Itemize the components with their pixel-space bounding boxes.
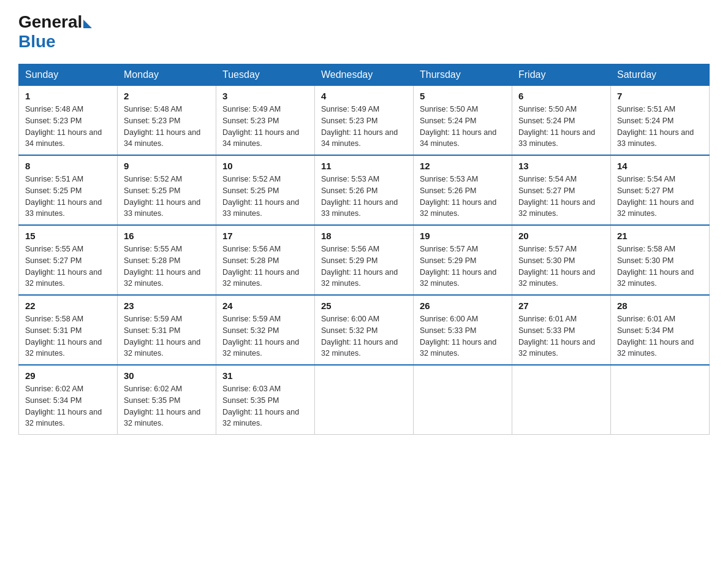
day-info: Sunrise: 5:48 AM Sunset: 5:23 PM Dayligh… [124,104,210,150]
day-number: 6 [518,91,604,101]
day-number: 29 [25,370,111,381]
day-number: 15 [25,231,111,241]
calendar-week-1: 1 Sunrise: 5:48 AM Sunset: 5:23 PM Dayli… [19,86,710,156]
day-info: Sunrise: 5:58 AM Sunset: 5:31 PM Dayligh… [25,313,111,359]
calendar-cell: 24 Sunrise: 5:59 AM Sunset: 5:32 PM Dayl… [216,295,315,365]
day-info: Sunrise: 5:51 AM Sunset: 5:24 PM Dayligh… [617,104,703,150]
day-number: 19 [420,231,506,241]
day-info: Sunrise: 6:00 AM Sunset: 5:32 PM Dayligh… [321,313,407,359]
calendar-cell: 18 Sunrise: 5:56 AM Sunset: 5:29 PM Dayl… [315,225,414,295]
column-header-tuesday: Tuesday [216,64,315,86]
logo: General Blue [18,12,92,52]
day-number: 26 [420,301,506,311]
day-number: 25 [321,301,407,311]
day-info: Sunrise: 6:02 AM Sunset: 5:34 PM Dayligh… [25,383,111,429]
calendar-cell: 5 Sunrise: 5:50 AM Sunset: 5:24 PM Dayli… [414,86,512,156]
day-number: 12 [420,161,506,171]
calendar-cell: 23 Sunrise: 5:59 AM Sunset: 5:31 PM Dayl… [118,295,216,365]
day-number: 8 [25,161,111,171]
calendar-cell: 19 Sunrise: 5:57 AM Sunset: 5:29 PM Dayl… [414,225,512,295]
calendar-cell: 28 Sunrise: 6:01 AM Sunset: 5:34 PM Dayl… [611,295,710,365]
day-info: Sunrise: 6:03 AM Sunset: 5:35 PM Dayligh… [222,383,308,429]
day-info: Sunrise: 5:51 AM Sunset: 5:25 PM Dayligh… [25,174,111,220]
calendar-cell: 3 Sunrise: 5:49 AM Sunset: 5:23 PM Dayli… [216,86,315,156]
logo-blue-text: Blue [18,32,56,52]
calendar-cell: 25 Sunrise: 6:00 AM Sunset: 5:32 PM Dayl… [315,295,414,365]
column-header-monday: Monday [118,64,216,86]
day-number: 24 [222,301,308,311]
calendar-cell [512,365,611,435]
day-number: 1 [25,91,111,101]
day-number: 4 [321,91,407,101]
day-info: Sunrise: 5:50 AM Sunset: 5:24 PM Dayligh… [518,104,604,150]
day-info: Sunrise: 5:52 AM Sunset: 5:25 PM Dayligh… [124,174,210,220]
day-info: Sunrise: 5:56 AM Sunset: 5:29 PM Dayligh… [321,243,407,289]
day-info: Sunrise: 6:01 AM Sunset: 5:33 PM Dayligh… [518,313,604,359]
day-info: Sunrise: 5:49 AM Sunset: 5:23 PM Dayligh… [222,104,308,150]
day-info: Sunrise: 5:53 AM Sunset: 5:26 PM Dayligh… [321,174,407,220]
logo-triangle-icon [83,20,92,28]
day-info: Sunrise: 5:55 AM Sunset: 5:28 PM Dayligh… [124,243,210,289]
day-number: 10 [222,161,308,171]
calendar-cell: 2 Sunrise: 5:48 AM Sunset: 5:23 PM Dayli… [118,86,216,156]
column-header-wednesday: Wednesday [315,64,414,86]
calendar-cell: 20 Sunrise: 5:57 AM Sunset: 5:30 PM Dayl… [512,225,611,295]
day-number: 11 [321,161,407,171]
calendar-week-5: 29 Sunrise: 6:02 AM Sunset: 5:34 PM Dayl… [19,365,710,435]
day-number: 28 [617,301,703,311]
day-info: Sunrise: 5:54 AM Sunset: 5:27 PM Dayligh… [617,174,703,220]
day-info: Sunrise: 5:59 AM Sunset: 5:31 PM Dayligh… [124,313,210,359]
calendar-week-2: 8 Sunrise: 5:51 AM Sunset: 5:25 PM Dayli… [19,155,710,225]
calendar-table: SundayMondayTuesdayWednesdayThursdayFrid… [18,64,710,435]
calendar-cell: 27 Sunrise: 6:01 AM Sunset: 5:33 PM Dayl… [512,295,611,365]
calendar-cell: 6 Sunrise: 5:50 AM Sunset: 5:24 PM Dayli… [512,86,611,156]
calendar-cell: 4 Sunrise: 5:49 AM Sunset: 5:23 PM Dayli… [315,86,414,156]
day-number: 21 [617,231,703,241]
day-info: Sunrise: 5:57 AM Sunset: 5:30 PM Dayligh… [518,243,604,289]
day-number: 31 [222,370,308,381]
calendar-cell: 16 Sunrise: 5:55 AM Sunset: 5:28 PM Dayl… [118,225,216,295]
day-number: 13 [518,161,604,171]
calendar-cell: 11 Sunrise: 5:53 AM Sunset: 5:26 PM Dayl… [315,155,414,225]
calendar-cell: 26 Sunrise: 6:00 AM Sunset: 5:33 PM Dayl… [414,295,512,365]
day-number: 9 [124,161,210,171]
day-info: Sunrise: 6:02 AM Sunset: 5:35 PM Dayligh… [124,383,210,429]
calendar-week-4: 22 Sunrise: 5:58 AM Sunset: 5:31 PM Dayl… [19,295,710,365]
calendar-week-3: 15 Sunrise: 5:55 AM Sunset: 5:27 PM Dayl… [19,225,710,295]
page-header: General Blue [18,12,710,52]
calendar-cell: 31 Sunrise: 6:03 AM Sunset: 5:35 PM Dayl… [216,365,315,435]
day-info: Sunrise: 5:58 AM Sunset: 5:30 PM Dayligh… [617,243,703,289]
calendar-cell: 1 Sunrise: 5:48 AM Sunset: 5:23 PM Dayli… [19,86,118,156]
column-header-saturday: Saturday [611,64,710,86]
day-info: Sunrise: 5:49 AM Sunset: 5:23 PM Dayligh… [321,104,407,150]
day-number: 23 [124,301,210,311]
calendar-cell [315,365,414,435]
calendar-cell: 29 Sunrise: 6:02 AM Sunset: 5:34 PM Dayl… [19,365,118,435]
calendar-cell: 9 Sunrise: 5:52 AM Sunset: 5:25 PM Dayli… [118,155,216,225]
calendar-cell: 10 Sunrise: 5:52 AM Sunset: 5:25 PM Dayl… [216,155,315,225]
day-info: Sunrise: 6:01 AM Sunset: 5:34 PM Dayligh… [617,313,703,359]
calendar-header-row: SundayMondayTuesdayWednesdayThursdayFrid… [19,64,710,86]
calendar-cell: 17 Sunrise: 5:56 AM Sunset: 5:28 PM Dayl… [216,225,315,295]
calendar-cell: 14 Sunrise: 5:54 AM Sunset: 5:27 PM Dayl… [611,155,710,225]
calendar-cell: 8 Sunrise: 5:51 AM Sunset: 5:25 PM Dayli… [19,155,118,225]
day-number: 3 [222,91,308,101]
day-info: Sunrise: 5:48 AM Sunset: 5:23 PM Dayligh… [25,104,111,150]
column-header-thursday: Thursday [414,64,512,86]
day-number: 2 [124,91,210,101]
calendar-cell: 13 Sunrise: 5:54 AM Sunset: 5:27 PM Dayl… [512,155,611,225]
day-info: Sunrise: 5:57 AM Sunset: 5:29 PM Dayligh… [420,243,506,289]
logo-general-text: General [18,12,82,32]
day-info: Sunrise: 5:56 AM Sunset: 5:28 PM Dayligh… [222,243,308,289]
day-number: 14 [617,161,703,171]
day-info: Sunrise: 5:59 AM Sunset: 5:32 PM Dayligh… [222,313,308,359]
calendar-cell: 12 Sunrise: 5:53 AM Sunset: 5:26 PM Dayl… [414,155,512,225]
logo-blue-part [82,16,92,28]
day-number: 30 [124,370,210,381]
day-info: Sunrise: 5:53 AM Sunset: 5:26 PM Dayligh… [420,174,506,220]
day-number: 17 [222,231,308,241]
day-info: Sunrise: 5:54 AM Sunset: 5:27 PM Dayligh… [518,174,604,220]
calendar-cell [414,365,512,435]
day-number: 20 [518,231,604,241]
day-number: 7 [617,91,703,101]
